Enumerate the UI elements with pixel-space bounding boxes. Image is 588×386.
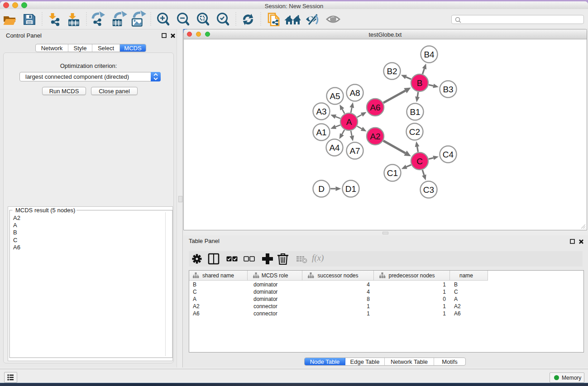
svg-text:B4: B4 — [424, 50, 435, 59]
svg-text:A: A — [346, 117, 352, 127]
svg-text:B2: B2 — [387, 67, 397, 76]
svg-text:C: C — [416, 157, 423, 166]
svg-text:A4: A4 — [329, 143, 340, 152]
svg-text:B1: B1 — [410, 107, 420, 117]
svg-text:C4: C4 — [443, 150, 454, 159]
svg-text:C2: C2 — [409, 127, 420, 137]
svg-text:A8: A8 — [349, 88, 360, 98]
svg-text:D: D — [318, 184, 325, 194]
svg-text:A7: A7 — [349, 146, 360, 156]
svg-text:A6: A6 — [370, 103, 380, 112]
svg-text:B3: B3 — [443, 85, 453, 94]
svg-text:A1: A1 — [316, 128, 326, 137]
svg-text:A5: A5 — [330, 91, 340, 101]
svg-text:B: B — [417, 78, 423, 88]
svg-text:C3: C3 — [423, 185, 434, 195]
svg-text:D1: D1 — [345, 184, 356, 194]
svg-text:A3: A3 — [316, 107, 326, 116]
svg-text:C1: C1 — [387, 168, 398, 178]
svg-text:A2: A2 — [370, 132, 380, 141]
